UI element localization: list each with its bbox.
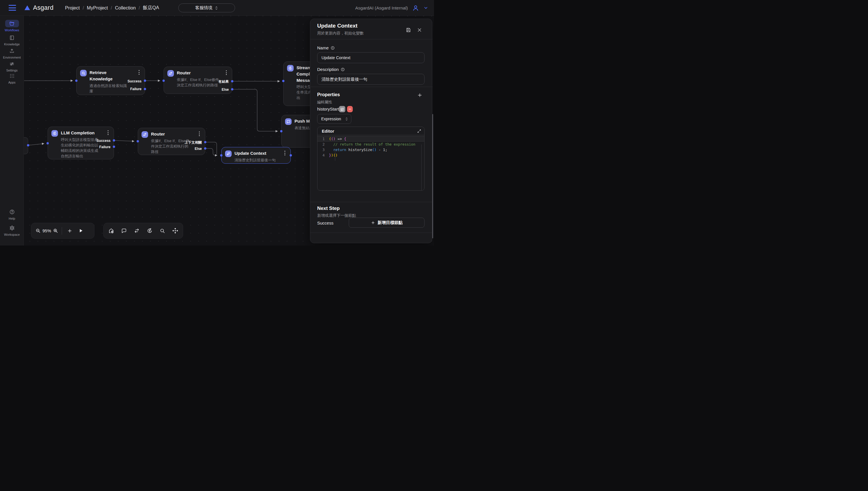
node-description: 透過自然語言檢索知識庫 [90, 83, 128, 94]
code-line: 3 return historySize() - 1; [318, 147, 424, 152]
account-label: AsgardAI (Asgard Internal) [355, 5, 408, 11]
chevron-updown-icon [215, 6, 218, 10]
sliders-icon [9, 61, 14, 67]
node-title: Router [177, 70, 219, 76]
zoom-out-button[interactable] [35, 228, 41, 233]
hamburger-menu-icon[interactable] [9, 5, 16, 11]
expand-icon[interactable] [417, 129, 421, 133]
sidebar-item-knowledge[interactable]: Knowledge [0, 34, 24, 46]
sidebar-item-label: Workflows [5, 28, 19, 32]
output-port-label[interactable]: Success [96, 139, 111, 142]
save-icon[interactable] [406, 27, 411, 33]
node-retrieve-knowledge[interactable]: Retrieve Knowledge 透過自然語言檢索知識庫 Success F… [77, 66, 145, 95]
output-port-label[interactable]: Failure [99, 145, 111, 149]
output-port-label[interactable]: Else [194, 147, 202, 150]
panel-subtitle: 用於更新內容，初始化變數 [317, 31, 364, 36]
run-workflow-button[interactable] [76, 228, 86, 233]
window-scrollbar[interactable] [432, 114, 433, 238]
code-editor[interactable]: 1(() => {2 // return the result of the e… [318, 135, 424, 191]
search-node-button[interactable] [159, 228, 165, 234]
code-line: 4})() [318, 152, 424, 158]
node-menu-icon[interactable] [283, 151, 287, 155]
property-name: historyStart [317, 107, 339, 111]
gear-icon [9, 225, 15, 231]
node-menu-icon[interactable] [197, 132, 201, 136]
llm-refresh-bulb-icon [53, 131, 57, 136]
node-menu-icon[interactable] [224, 70, 228, 75]
output-port-label[interactable]: 有結果 [218, 80, 229, 83]
description-input[interactable] [317, 74, 424, 85]
expression-editor: Editor 1(() => {2 // return the result o… [317, 126, 424, 191]
add-home-node-button[interactable] [108, 228, 114, 234]
environment-select[interactable]: 客服情境 [178, 3, 235, 12]
node-palette-toolbar [103, 223, 183, 239]
node-update-context[interactable]: Update Context 清除歷史對話留最後一句 [221, 147, 291, 164]
llm-node-button[interactable] [147, 228, 153, 234]
sidebar-item-label: Help [9, 217, 15, 220]
edit-property-icon[interactable] [339, 106, 345, 112]
property-type-select[interactable]: Expression [317, 114, 351, 124]
output-port-label[interactable]: Failure [130, 87, 142, 91]
remove-property-icon[interactable] [347, 106, 353, 112]
chat-bubble-icon [287, 120, 291, 124]
sidebar-item-apps[interactable]: Apps [0, 72, 24, 84]
node-title: Retrieve Knowledge [90, 69, 128, 82]
code-lines: 1(() => {2 // return the result of the e… [318, 136, 424, 158]
router-arrows-icon [226, 152, 231, 156]
editor-scrollbar[interactable] [421, 144, 422, 191]
toolbar-divider [62, 227, 62, 235]
sidebar-item-environment[interactable]: Environment [0, 47, 24, 59]
breadcrumb-item[interactable]: 飯店QA [143, 5, 159, 11]
breadcrumb[interactable]: Project/MyProject/Collection/飯店QA [65, 5, 159, 11]
node-router-top[interactable]: Router 依據If、Else If、Else條件決定工作流程執行的路徑 有結… [163, 67, 232, 94]
output-port-label[interactable]: Else [221, 88, 229, 91]
node-description: 清除歷史對話留最後一句 [235, 157, 286, 163]
node-router-bottom[interactable]: Router 依據If、Else If、Else條件決定工作流程執行的路徑 上下… [138, 128, 205, 155]
node-title: LLM Completion [61, 130, 99, 136]
add-node-button[interactable] [65, 228, 74, 233]
app-window: Asgard Project/MyProject/Collection/飯店QA… [0, 0, 434, 246]
name-input[interactable] [317, 52, 424, 63]
node-llm-completion[interactable]: LLM Completion 呼叫大型語言模型並產生結構化的資料輸出以輔助流程的… [48, 126, 114, 160]
breadcrumb-item[interactable]: Collection [115, 5, 136, 11]
output-port-label[interactable]: 上下文相關 [185, 141, 202, 144]
sidebar-item-label: Knowledge [4, 42, 20, 46]
sidebar-item-workflows[interactable]: Workflows [0, 20, 24, 32]
breadcrumb-separator: / [83, 5, 84, 11]
zoom-in-button[interactable] [53, 228, 58, 233]
search-icon [82, 71, 86, 75]
breadcrumb-item[interactable]: MyProject [87, 5, 108, 11]
move-tool-button[interactable] [172, 228, 178, 234]
sidebar-item-help[interactable]: Help [0, 208, 24, 220]
properties-subtitle: 編輯屬性 [317, 99, 332, 105]
add-property-icon[interactable] [417, 92, 422, 98]
account-chevron-down-icon[interactable] [423, 5, 428, 10]
output-port-label[interactable]: Success [127, 80, 142, 83]
sidebar-item-settings[interactable]: Settings [0, 60, 24, 72]
branch-label: Success [317, 221, 333, 225]
add-target-node-button[interactable]: 新增目標節點 [349, 218, 424, 228]
apps-grid-icon [9, 73, 14, 78]
book-icon [9, 35, 14, 40]
router-node-button[interactable] [134, 228, 140, 234]
sidebar-item-label: Environment [3, 56, 21, 59]
editor-title: Editor [322, 128, 334, 134]
triangle-logo-icon [24, 5, 30, 11]
logo-text: Asgard [33, 4, 54, 11]
next-step-subtitle: 新增或選擇下一個節點 [317, 213, 356, 218]
breadcrumb-item[interactable]: Project [65, 5, 80, 11]
close-icon[interactable] [417, 28, 422, 32]
message-node-button[interactable] [121, 228, 127, 234]
sidebar-item-workspace[interactable]: Workspace [0, 224, 24, 236]
code-line: 1(() => { [318, 136, 424, 142]
app-logo[interactable]: Asgard [24, 4, 54, 11]
node-menu-icon[interactable] [106, 131, 110, 135]
help-icon [9, 209, 15, 215]
node-title: Update Context [235, 150, 286, 156]
user-icon[interactable] [412, 5, 419, 11]
plus-icon [371, 221, 375, 225]
property-type-value: Expression [321, 117, 341, 121]
node-description: 依據If、Else If、Else條件決定工作流程執行的路徑 [177, 77, 219, 88]
node-menu-icon[interactable] [137, 70, 141, 75]
offscreen-node[interactable] [24, 137, 28, 154]
